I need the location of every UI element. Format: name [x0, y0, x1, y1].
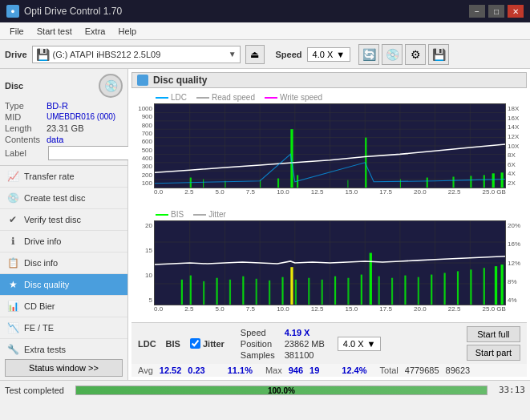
- sidebar-nav: 📈 Transfer rate 💿 Create test disc ✔ Ver…: [0, 166, 127, 356]
- drive-selector[interactable]: 💾 (G:) ATAPI iHBS212 2.5L09 ▼: [32, 46, 241, 63]
- x1-75: 7.5: [246, 188, 255, 203]
- sidebar-item-fe-te[interactable]: 📉 FE / TE: [0, 317, 127, 339]
- time-display: 33:13: [499, 385, 525, 395]
- yr1-6x: 6X: [506, 161, 527, 168]
- svg-rect-60: [347, 278, 349, 305]
- svg-rect-68: [444, 273, 446, 305]
- chart2-legend: BIS Jitter: [131, 208, 527, 220]
- start-full-button[interactable]: Start full: [467, 326, 520, 342]
- start-buttons: Start full Start part: [467, 326, 520, 361]
- y1-label-1000: 1000: [131, 105, 154, 112]
- sidebar-item-drive-info[interactable]: ℹ Drive info: [0, 231, 127, 252]
- avg-label: Avg: [138, 365, 153, 375]
- settings-button[interactable]: ⚙: [405, 44, 426, 65]
- svg-rect-48: [203, 281, 204, 305]
- chart1-legend: LDC Read speed Write speed: [131, 91, 527, 103]
- x2-175: 17.5: [379, 305, 392, 320]
- nav-label-drive-info: Drive info: [24, 236, 61, 246]
- minimize-button[interactable]: −: [469, 5, 485, 18]
- menu-start-test[interactable]: Start test: [30, 25, 79, 38]
- menu-help[interactable]: Help: [111, 25, 143, 38]
- sidebar-item-extra-tests[interactable]: 🔧 Extra tests: [0, 339, 127, 356]
- disc-header: Disc 💿: [5, 74, 123, 98]
- disc-section: Disc 💿 Type BD-R MID UMEBDR016 (000) Len…: [0, 69, 127, 166]
- speed-selector-group: 4.0 X ▼: [338, 337, 382, 351]
- close-button[interactable]: ✕: [508, 5, 524, 18]
- start-part-button[interactable]: Start part: [467, 345, 520, 361]
- disc-button[interactable]: 💿: [382, 44, 403, 65]
- create-test-disc-icon: 💿: [6, 192, 19, 204]
- refresh-button[interactable]: 🔄: [358, 44, 379, 65]
- ldc-legend-label: LDC: [171, 93, 187, 102]
- svg-rect-66: [418, 277, 419, 305]
- ldc-legend-line: [156, 97, 168, 99]
- sidebar-item-disc-quality[interactable]: ★ Disc quality: [0, 274, 127, 296]
- sidebar-item-verify-test-disc[interactable]: ✔ Verify test disc: [0, 209, 127, 231]
- svg-rect-32: [492, 173, 495, 188]
- sidebar-item-transfer-rate[interactable]: 📈 Transfer rate: [0, 166, 127, 188]
- x2-10: 10.0: [277, 305, 289, 320]
- save-button[interactable]: 💾: [428, 44, 449, 65]
- svg-rect-58: [322, 280, 323, 305]
- drive-bar: Drive 💾 (G:) ATAPI iHBS212 2.5L09 ▼ ⏏ Sp…: [0, 40, 530, 69]
- svg-rect-19: [203, 180, 204, 188]
- y1-label-500: 500: [131, 147, 154, 154]
- menu-file[interactable]: File: [3, 25, 30, 38]
- x2-75: 7.5: [246, 305, 255, 320]
- detailed-stats-row: Avg 12.52 0.23 11.1% Max 946 19 12.4% To…: [131, 364, 527, 377]
- maximize-button[interactable]: □: [488, 5, 504, 18]
- disc-label-row: Label ✎: [5, 146, 123, 160]
- speed-dropdown[interactable]: 4.0 X ▼: [338, 337, 382, 351]
- speed-dropdown-chevron: ▼: [367, 339, 376, 349]
- speed-dropdown-value: 4.0 X: [343, 339, 364, 349]
- y2-20: 20: [131, 222, 154, 229]
- status-text: Test completed: [5, 386, 64, 395]
- svg-rect-30: [470, 176, 471, 188]
- speed-value: 4.0 X: [313, 50, 334, 59]
- disc-type-label: Type: [5, 101, 45, 111]
- disc-length-field: Length 23.31 GB: [5, 123, 123, 133]
- svg-rect-22: [277, 179, 279, 188]
- y1-label-900: 900: [131, 113, 154, 120]
- svg-rect-59: [334, 277, 336, 305]
- chart1-y-labels-left: 1000 900 800 700 600 500 400 300 200 100: [131, 103, 154, 188]
- yr2-16pct: 16%: [506, 240, 527, 248]
- jitter-checkbox[interactable]: [190, 338, 200, 349]
- svg-rect-72: [495, 266, 497, 305]
- yr1-10x: 10X: [506, 143, 527, 150]
- svg-rect-56: [295, 280, 297, 305]
- sidebar-item-disc-info[interactable]: 📋 Disc info: [0, 252, 127, 274]
- svg-rect-64: [391, 278, 393, 305]
- jitter-legend-line: [193, 214, 206, 216]
- drive-dropdown-arrow: ▼: [229, 50, 237, 59]
- speed-selector[interactable]: 4.0 X ▼: [307, 47, 351, 62]
- chart-title: Disc quality: [153, 75, 207, 86]
- sidebar-item-cd-bier[interactable]: 📊 CD Bier: [0, 296, 127, 317]
- yr1-18x: 18X: [506, 105, 527, 112]
- status-window-button[interactable]: Status window >>: [5, 359, 123, 377]
- x1-10: 10.0: [277, 188, 289, 203]
- svg-rect-29: [452, 176, 454, 188]
- yr1-4x: 4X: [506, 170, 527, 177]
- menu-extra[interactable]: Extra: [79, 25, 112, 38]
- svg-rect-49: [216, 278, 217, 305]
- x2-15: 15.0: [346, 305, 358, 320]
- x1-225: 22.5: [448, 188, 461, 203]
- svg-rect-62: [370, 253, 372, 305]
- disc-title: Disc: [5, 81, 23, 91]
- yr1-12x: 12X: [506, 133, 527, 140]
- chart2-y-labels-left: 20 15 10 5: [131, 220, 154, 305]
- y2-10: 10: [131, 272, 154, 279]
- eject-button[interactable]: ⏏: [245, 45, 265, 64]
- disc-contents-value: data: [47, 135, 63, 144]
- samples-stat-label: Samples: [241, 350, 275, 360]
- yr1-2x: 2X: [506, 180, 527, 187]
- sidebar: Disc 💿 Type BD-R MID UMEBDR016 (000) Len…: [0, 69, 128, 380]
- legend-bis: BIS: [156, 210, 184, 219]
- svg-rect-28: [427, 178, 428, 188]
- sidebar-item-create-test-disc[interactable]: 💿 Create test disc: [0, 188, 127, 209]
- x2-25: 2.5: [184, 305, 193, 320]
- svg-rect-54: [281, 277, 283, 305]
- x1-25: 2.5: [184, 188, 193, 203]
- nav-label-verify-test-disc: Verify test disc: [24, 215, 81, 224]
